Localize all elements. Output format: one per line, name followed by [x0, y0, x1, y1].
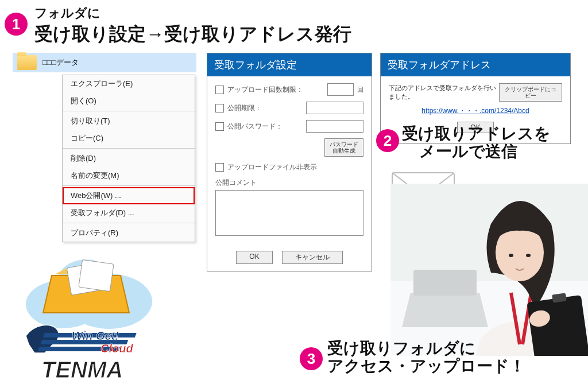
menu-explorer[interactable]: エクスプローラ(E) — [63, 75, 195, 92]
copy-clipboard-button[interactable]: クリップボードにコピー — [499, 83, 562, 102]
folder-name: □□□データ — [42, 57, 79, 68]
upload-limit-checkbox[interactable] — [215, 86, 224, 94]
menu-copy[interactable]: コピー(C) — [63, 130, 195, 147]
menu-recv-folder[interactable]: 受取フォルダ(D) ... — [63, 204, 195, 222]
hide-file-label: アップロードファイル非表示 — [227, 162, 363, 172]
expiry-label: 公開期限： — [227, 103, 303, 113]
upload-limit-label: アップロード回数制限： — [227, 85, 324, 95]
comment-label: 公開コメント — [215, 178, 363, 188]
password-input[interactable] — [306, 120, 363, 133]
step-3-heading: 受け取りフォルダに アクセス・アップロード！ — [327, 340, 525, 375]
upload-limit-suffix: 回 — [357, 86, 363, 94]
step-2-line1: 受け取りアドレスを — [402, 125, 551, 143]
expiry-checkbox[interactable] — [215, 104, 224, 112]
svg-rect-5 — [79, 259, 114, 291]
svg-point-14 — [526, 254, 531, 257]
menu-separator — [63, 223, 195, 223]
step-2-heading: 受け取りアドレスを メールで送信 — [402, 125, 551, 161]
step-3-line1: 受け取りフォルダに — [327, 340, 525, 358]
comment-textarea[interactable] — [215, 190, 363, 236]
menu-open[interactable]: 開く(O) — [63, 92, 195, 110]
menu-separator — [63, 148, 195, 149]
settings-cancel-button[interactable]: キャンセル — [282, 251, 343, 264]
folder-row[interactable]: □□□データ — [13, 53, 196, 72]
step-3-line2: アクセス・アップロード！ — [327, 358, 525, 375]
menu-separator — [63, 185, 195, 186]
step-1-title: 受け取り設定→受け取りアドレス発行 — [34, 22, 351, 47]
svg-rect-11 — [413, 270, 477, 296]
step-2-line2: メールで送信 — [402, 143, 551, 161]
folder-icon — [17, 55, 37, 70]
address-title: 受取フォルダアドレス — [381, 53, 570, 76]
step-2-badge: 2 — [376, 129, 399, 152]
settings-title: 受取フォルダ設定 — [207, 53, 372, 76]
menu-separator — [63, 111, 195, 111]
expiry-input[interactable] — [306, 102, 363, 114]
step-1-badge: 1 — [5, 13, 28, 36]
tenma-logo: Win Get! Cloud TENMA — [17, 321, 178, 385]
step-1-heading: フォルダに 受け取り設定→受け取りアドレス発行 — [34, 5, 351, 47]
menu-web-publish[interactable]: Web公開(W) ... — [63, 187, 195, 204]
password-label: 公開パスワード： — [227, 122, 303, 131]
cloud-icon — [17, 247, 161, 333]
settings-ok-button[interactable]: OK — [236, 251, 272, 264]
step-3-badge: 3 — [300, 347, 323, 370]
svg-point-13 — [509, 254, 513, 257]
folder-panel: □□□データ エクスプローラ(E) 開く(O) 切り取り(T) コピー(C) 削… — [13, 53, 196, 72]
logo-tenma: TENMA — [41, 357, 123, 382]
person-photo — [390, 184, 588, 356]
menu-delete[interactable]: 削除(D) — [63, 150, 195, 167]
upload-limit-input[interactable] — [327, 83, 354, 96]
address-url-link[interactable]: https://www.・・・.com/1234/Abcd — [389, 106, 562, 116]
context-menu: エクスプローラ(E) 開く(O) 切り取り(T) コピー(C) 削除(D) 名前… — [62, 75, 195, 242]
menu-cut[interactable]: 切り取り(T) — [63, 112, 195, 130]
settings-dialog: 受取フォルダ設定 アップロード回数制限： 回 公開期限： 公開パスワード： パス… — [207, 53, 372, 271]
address-message: 下記のアドレスで受取フォルダを行いました。 — [389, 84, 499, 101]
step-1-subtitle: フォルダに — [34, 5, 351, 22]
logo-wingget: Win Get! — [72, 329, 119, 342]
product-logo: Win Get! Cloud TENMA — [11, 230, 178, 379]
password-generate-button[interactable]: パスワード 自動生成 — [324, 138, 363, 157]
hide-file-checkbox[interactable] — [215, 163, 224, 172]
logo-cloud: Cloud — [100, 342, 133, 355]
password-checkbox[interactable] — [215, 122, 224, 131]
menu-rename[interactable]: 名前の変更(M) — [63, 167, 195, 184]
